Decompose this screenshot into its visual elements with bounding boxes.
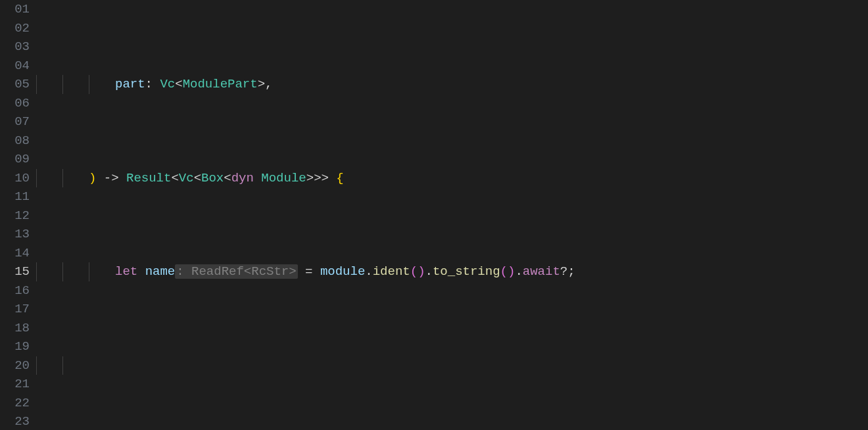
line-number: 02 bbox=[0, 19, 30, 38]
line-number: 23 bbox=[0, 412, 30, 430]
code-token: Vc bbox=[160, 77, 175, 91]
line-number: 03 bbox=[0, 37, 30, 57]
line-number: 22 bbox=[0, 394, 30, 413]
line-number: 11 bbox=[0, 187, 30, 206]
code-token: = bbox=[298, 264, 320, 279]
line-number: 09 bbox=[0, 150, 30, 169]
code-token: ModulePart bbox=[183, 77, 258, 91]
variable: module bbox=[320, 264, 365, 279]
variable: name bbox=[145, 264, 176, 279]
code-editor[interactable]: 0102030405060708091011121314151617181920… bbox=[0, 0, 868, 430]
line-number: 18 bbox=[0, 319, 30, 338]
code-token: Module bbox=[261, 171, 306, 185]
code-token: Box bbox=[201, 171, 224, 185]
keyword: let bbox=[115, 264, 137, 279]
code-line[interactable]: ) -> Result<Vc<Box<dyn Module>>> { bbox=[36, 169, 868, 188]
code-token: Result bbox=[126, 171, 171, 185]
line-number: 06 bbox=[0, 94, 30, 113]
code-token: part bbox=[115, 77, 145, 91]
line-number: 19 bbox=[0, 337, 30, 356]
line-number: 01 bbox=[0, 0, 30, 19]
code-area[interactable]: part: Vc<ModulePart>, ) -> Result<Vc<Box… bbox=[36, 0, 868, 430]
code-line[interactable]: let name: ReadRef<RcStr> = module.ident(… bbox=[36, 262, 868, 281]
code-line[interactable]: part: Vc<ModulePart>, bbox=[36, 75, 868, 94]
line-number: 07 bbox=[0, 112, 30, 131]
fn-call: to_string bbox=[433, 264, 500, 279]
line-number: 13 bbox=[0, 225, 30, 244]
inlay-hint: : ReadRef<RcStr> bbox=[175, 264, 297, 279]
line-number: 20 bbox=[0, 356, 30, 375]
line-number: 14 bbox=[0, 244, 30, 263]
fn-call: ident bbox=[373, 264, 410, 279]
code-token: Vc bbox=[179, 171, 194, 185]
code-token: dyn bbox=[231, 171, 254, 185]
line-number: 08 bbox=[0, 131, 30, 151]
code-line[interactable] bbox=[36, 356, 868, 375]
line-number: 04 bbox=[0, 57, 30, 76]
line-number: 15 bbox=[0, 262, 30, 281]
line-number: 16 bbox=[0, 281, 30, 300]
line-number: 17 bbox=[0, 300, 30, 319]
line-number: 21 bbox=[0, 375, 30, 394]
keyword: await bbox=[523, 264, 560, 279]
line-number: 05 bbox=[0, 75, 30, 94]
line-number: 10 bbox=[0, 169, 30, 188]
line-number: 12 bbox=[0, 206, 30, 226]
line-number-gutter: 0102030405060708091011121314151617181920… bbox=[0, 0, 36, 430]
